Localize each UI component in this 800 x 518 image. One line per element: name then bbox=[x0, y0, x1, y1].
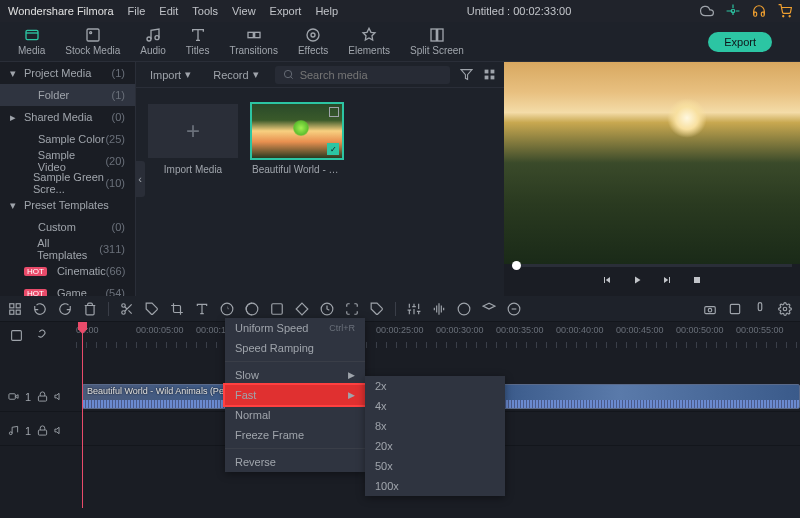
effects-icon bbox=[305, 27, 321, 43]
expand-icon[interactable] bbox=[345, 302, 359, 316]
crop-icon[interactable] bbox=[170, 302, 184, 316]
motion-icon[interactable] bbox=[482, 302, 496, 316]
cloud-icon[interactable] bbox=[700, 4, 714, 18]
tab-transitions[interactable]: Transitions bbox=[219, 25, 288, 58]
text-icon[interactable] bbox=[195, 302, 209, 316]
lock-icon[interactable] bbox=[37, 425, 48, 436]
ctx-uniform-speed[interactable]: Uniform SpeedCtrl+R bbox=[225, 318, 365, 338]
prev-frame-icon[interactable] bbox=[601, 274, 613, 286]
submenu-item[interactable]: 8x bbox=[365, 416, 505, 436]
svg-rect-36 bbox=[12, 330, 22, 340]
color-icon[interactable] bbox=[245, 302, 259, 316]
tab-audio[interactable]: Audio bbox=[130, 25, 176, 58]
effects2-icon[interactable] bbox=[457, 302, 471, 316]
tab-media[interactable]: Media bbox=[8, 25, 55, 58]
mixer-icon[interactable] bbox=[728, 302, 742, 316]
next-frame-icon[interactable] bbox=[661, 274, 673, 286]
ctx-freeze-frame[interactable]: Freeze Frame bbox=[225, 425, 365, 445]
split-icon[interactable] bbox=[120, 302, 134, 316]
speed-icon[interactable] bbox=[220, 302, 234, 316]
scrub-handle[interactable] bbox=[512, 261, 521, 270]
render-icon[interactable] bbox=[507, 302, 521, 316]
adjust-icon[interactable] bbox=[407, 302, 421, 316]
lock-icon[interactable] bbox=[37, 391, 48, 402]
record-dropdown[interactable]: Record▾ bbox=[207, 66, 264, 83]
submenu-item[interactable]: 2x bbox=[365, 376, 505, 396]
grid-icon[interactable] bbox=[8, 302, 22, 316]
import-dropdown[interactable]: Import▾ bbox=[144, 66, 197, 83]
media-item[interactable]: +Import Media bbox=[148, 104, 238, 175]
gear-icon[interactable] bbox=[726, 4, 740, 18]
chevron-right-icon: ▶ bbox=[348, 390, 355, 400]
menu-export[interactable]: Export bbox=[270, 5, 302, 17]
headphones-icon[interactable] bbox=[752, 4, 766, 18]
stop-icon[interactable] bbox=[691, 274, 703, 286]
delete-icon[interactable] bbox=[83, 302, 97, 316]
ctx-reverse[interactable]: Reverse bbox=[225, 452, 365, 472]
tab-titles[interactable]: Titles bbox=[176, 25, 220, 58]
sidebar-item[interactable]: Folder(1) bbox=[0, 84, 135, 106]
play-icon[interactable] bbox=[631, 274, 643, 286]
redo-icon[interactable] bbox=[58, 302, 72, 316]
video-track-head[interactable]: 1 bbox=[0, 382, 76, 411]
playhead[interactable] bbox=[82, 322, 83, 508]
voiceover-icon[interactable] bbox=[753, 302, 767, 316]
submenu-item[interactable]: 4x bbox=[365, 396, 505, 416]
grid-view-icon[interactable] bbox=[483, 68, 496, 81]
ctx-slow[interactable]: Slow▶ bbox=[225, 365, 365, 385]
menu-edit[interactable]: Edit bbox=[159, 5, 178, 17]
tag-icon[interactable] bbox=[370, 302, 384, 316]
sidebar-item[interactable]: HOTGame(54) bbox=[0, 282, 135, 296]
tab-effects[interactable]: Effects bbox=[288, 25, 338, 58]
fast-submenu: 2x4x8x20x50x100x bbox=[365, 376, 505, 496]
preview-video[interactable] bbox=[504, 62, 800, 264]
menu-view[interactable]: View bbox=[232, 5, 256, 17]
sidebar-item[interactable]: Sample Video(20) bbox=[0, 150, 135, 172]
svg-rect-38 bbox=[39, 396, 47, 401]
sidebar-item[interactable]: Custom(0) bbox=[0, 216, 135, 238]
sidebar-item[interactable]: ▾Preset Templates bbox=[0, 194, 135, 216]
search-box[interactable] bbox=[275, 66, 450, 84]
ctx-normal[interactable]: Normal bbox=[225, 405, 365, 425]
svg-rect-9 bbox=[254, 32, 259, 37]
sidebar-item[interactable]: Sample Green Scre...(10) bbox=[0, 172, 135, 194]
export-button[interactable]: Export bbox=[708, 32, 772, 52]
media-icon bbox=[24, 27, 40, 43]
media-item[interactable]: ✓Beautiful World - Wild A... bbox=[252, 104, 342, 175]
submenu-item[interactable]: 20x bbox=[365, 436, 505, 456]
mute-icon[interactable] bbox=[54, 425, 65, 436]
collapse-sidebar-handle[interactable]: ‹ bbox=[135, 161, 145, 197]
mute-icon[interactable] bbox=[54, 391, 65, 402]
tab-stock-media[interactable]: Stock Media bbox=[55, 25, 130, 58]
ctx-speed-ramping[interactable]: Speed Ramping bbox=[225, 338, 365, 358]
tab-split-screen[interactable]: Split Screen bbox=[400, 25, 474, 58]
filter-icon[interactable] bbox=[460, 68, 473, 81]
sidebar-item[interactable]: ▸Shared Media(0) bbox=[0, 106, 135, 128]
sidebar-item[interactable]: All Templates(311) bbox=[0, 238, 135, 260]
sidebar-item[interactable]: Sample Color(25) bbox=[0, 128, 135, 150]
search-input[interactable] bbox=[300, 69, 442, 81]
greenscreen-icon[interactable] bbox=[270, 302, 284, 316]
sidebar-item[interactable]: HOTCinematic(66) bbox=[0, 260, 135, 282]
snapshot-icon[interactable] bbox=[703, 302, 717, 316]
audio-adjust-icon[interactable] bbox=[432, 302, 446, 316]
sidebar-item[interactable]: ▾Project Media(1) bbox=[0, 62, 135, 84]
audio-track-head[interactable]: 1 bbox=[0, 416, 76, 445]
keyframe-icon[interactable] bbox=[295, 302, 309, 316]
tab-elements[interactable]: Elements bbox=[338, 25, 400, 58]
scrub-bar[interactable] bbox=[512, 264, 792, 267]
marker-icon[interactable] bbox=[145, 302, 159, 316]
duration-icon[interactable] bbox=[320, 302, 334, 316]
zoom-fit-icon[interactable] bbox=[10, 329, 23, 342]
submenu-item[interactable]: 50x bbox=[365, 456, 505, 476]
time-ruler[interactable]: 00:0000:00:05:0000:00:10:0000:00:15:0000… bbox=[76, 322, 800, 348]
submenu-item[interactable]: 100x bbox=[365, 476, 505, 496]
menu-tools[interactable]: Tools bbox=[192, 5, 218, 17]
menu-help[interactable]: Help bbox=[315, 5, 338, 17]
cart-icon[interactable] bbox=[778, 4, 792, 18]
timeline-gear-icon[interactable] bbox=[778, 302, 792, 316]
undo-icon[interactable] bbox=[33, 302, 47, 316]
link-icon[interactable] bbox=[33, 329, 46, 342]
ctx-fast[interactable]: Fast▶ bbox=[225, 385, 365, 405]
menu-file[interactable]: File bbox=[128, 5, 146, 17]
